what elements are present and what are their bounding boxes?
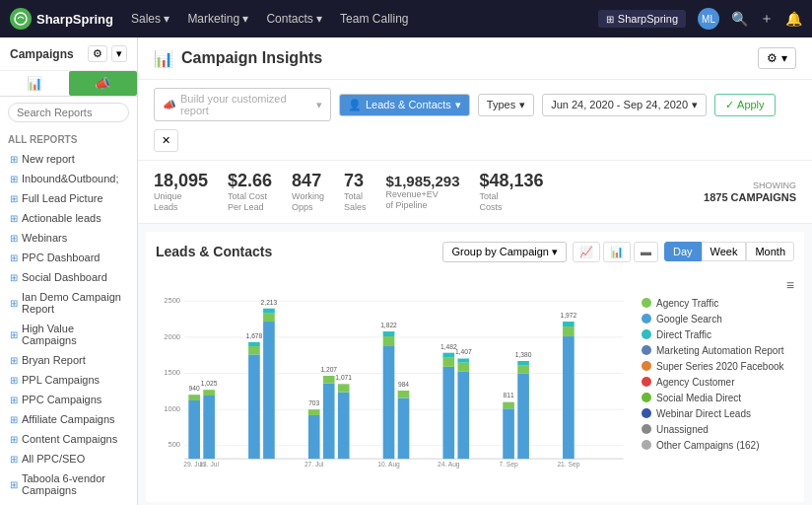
nav-contacts[interactable]: Contacts ▾ [266,12,322,26]
apply-button[interactable]: ✓ ✓ Apply Apply [714,94,776,116]
svg-text:2500: 2500 [164,295,180,304]
svg-text:1,407: 1,407 [455,348,472,355]
report-content[interactable]: ⊞Content Campaigns [8,429,129,449]
time-period-btns: Day Week Month [664,242,794,261]
bell-icon[interactable]: 🔔 [785,11,802,27]
search-icon[interactable]: 🔍 [731,11,748,27]
svg-text:1000: 1000 [164,403,180,412]
reports-label: ALL REPORTS [8,128,129,149]
avatar: ML [698,8,719,30]
tab-chart[interactable]: 📊 [0,71,69,96]
chart-section: Leads & Contacts Group by Campaign ▾ 📈 📊… [146,232,804,502]
report-icon: ⊞ [10,414,18,425]
svg-rect-46 [442,366,454,458]
search-input[interactable] [8,103,129,122]
insights-title: 📊 Campaign Insights [154,49,322,68]
contacts-dropdown[interactable]: 👤 Leads & Contacts ▾ [339,94,470,116]
day-btn[interactable]: Day [664,242,702,261]
chevron-down-icon: ▾ [316,99,322,111]
chevron-down-icon: ▾ [519,99,525,111]
report-year-review[interactable]: ⊞The Year in Review [8,500,129,505]
legend-dot [642,424,651,434]
chart-bar-icon[interactable]: 📊 [603,242,631,262]
report-icon: ⊞ [10,355,18,366]
svg-rect-24 [263,322,275,459]
tab-megaphone[interactable]: 📣 [69,71,138,96]
group-by-campaign-btn[interactable]: Group by Campaign ▾ [442,242,566,262]
chart-controls: Group by Campaign ▾ 📈 📊 ▬ Day Week Month [442,242,794,262]
svg-text:703: 703 [308,399,319,406]
checkmark-icon: ✓ [725,99,734,111]
sidebar-title: Campaigns [10,47,74,61]
chart-legend: ≡ Agency Traffic Google Search Direct Tr… [642,272,794,492]
gear-icon: ⚙ [767,51,778,65]
nav-team-calling[interactable]: Team Calling [340,12,408,26]
chevron-down-icon: ▾ [552,246,558,258]
svg-rect-51 [457,371,469,458]
group-label: Group by Campaign [451,246,548,257]
month-btn[interactable]: Month [746,242,794,261]
build-report-dropdown[interactable]: 📣 Build your customized report ▾ [154,88,331,121]
report-actionable[interactable]: ⊞Actionable leads [8,208,129,228]
chart-line-icon[interactable]: 📈 [573,242,600,262]
report-social-dash[interactable]: ⊞Social Dashboard [8,267,129,287]
chart-header: Leads & Contacts Group by Campaign ▾ 📈 📊… [156,242,794,262]
chart-area: 2500 2000 1500 1000 500 [156,272,794,492]
report-ppc-seo[interactable]: ⊞All PPC/SEO [8,449,129,469]
svg-rect-55 [503,408,514,459]
stat-working-opps: 847 WorkingOpps [292,171,324,213]
report-icon: ⊞ [10,154,18,165]
svg-rect-12 [188,400,200,459]
insights-settings-btn[interactable]: ⚙ ▾ [758,47,796,69]
report-bryan[interactable]: ⊞Bryan Report [8,350,129,370]
nav-left: SharpSpring Sales ▾ Marketing ▾ Contacts… [10,8,408,30]
svg-text:1,972: 1,972 [561,311,577,318]
report-high-value[interactable]: ⊞High Value Campaigns [8,319,129,350]
report-taboola[interactable]: ⊞Taboola 6-vendor Campaigns [8,469,129,500]
date-dropdown[interactable]: Jun 24, 2020 - Sep 24, 2020 ▾ [542,94,707,116]
legend-dot [642,361,651,371]
report-icon: ⊞ [10,434,18,445]
bar-chart-icon: 📊 [154,49,173,68]
stat-cost-per-lead: $2.66 Total CostPer Lead [228,171,272,213]
contacts-label: Leads & Contacts [366,99,451,110]
report-ppl[interactable]: ⊞PPL Campaigns [8,370,129,390]
report-full-lead[interactable]: ⊞Full Lead Picture [8,188,129,208]
nav-right: ⊞ SharpSpring ML 🔍 ＋ 🔔 [598,8,802,30]
svg-rect-20 [248,354,260,459]
legend-dot [642,393,651,402]
week-btn[interactable]: Week [702,242,747,261]
svg-text:1,822: 1,822 [380,321,397,327]
chart-area-icon[interactable]: ▬ [634,242,658,262]
report-icon: ⊞ [10,375,18,386]
report-ppc[interactable]: ⊞PPC Campaigns [8,390,129,409]
add-icon[interactable]: ＋ [760,10,774,28]
report-ppc-dash[interactable]: ⊞PPC Dashboard [8,248,129,267]
legend-google-search: Google Search [642,314,794,325]
close-button[interactable]: ✕ [154,129,178,152]
report-ian-demo[interactable]: ⊞Ian Demo Campaign Report [8,287,129,319]
legend-menu-btn[interactable]: ≡ [642,277,794,293]
report-icon: ⊞ [10,298,18,309]
svg-rect-48 [442,352,454,357]
report-webinars[interactable]: ⊞Webinars [8,228,129,248]
svg-rect-28 [308,415,320,459]
settings-btn[interactable]: ⚙ [88,45,107,62]
svg-rect-32 [323,383,335,459]
types-dropdown[interactable]: Types ▾ [478,94,534,116]
report-icon: ⊞ [10,213,18,224]
report-icon: ⊞ [10,395,18,405]
report-affiliate[interactable]: ⊞Affiliate Campaigns [8,409,129,429]
svg-rect-65 [563,322,575,326]
user-icon: 👤 [348,99,362,111]
app-body: Campaigns ⚙ ▾ 📊 📣 ALL REPORTS ⊞New repor… [0,37,812,505]
chevron-btn[interactable]: ▾ [111,45,127,62]
nav-marketing[interactable]: Marketing ▾ [187,12,248,26]
svg-rect-33 [323,376,335,383]
svg-rect-52 [457,362,469,371]
report-inbound[interactable]: ⊞Inbound&Outbound; [8,169,129,188]
legend-direct-traffic: Direct Traffic [642,329,794,340]
report-new[interactable]: ⊞New report [8,149,129,169]
svg-rect-63 [563,336,575,459]
nav-sales[interactable]: Sales ▾ [131,12,169,26]
